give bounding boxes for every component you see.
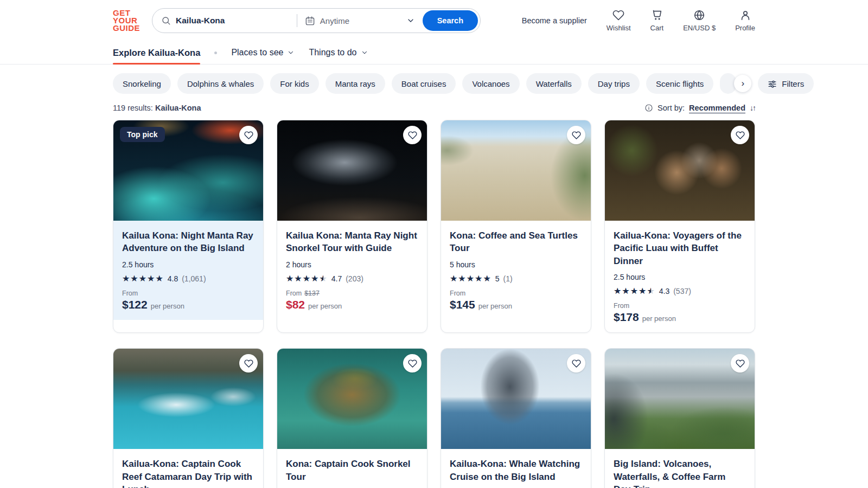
getyourguide-logo[interactable]: GET YOUR GUIDE bbox=[113, 9, 140, 33]
card-rating: ★★★★★★★★★★ 5 (1) bbox=[450, 274, 582, 283]
card-price: From$137 $82 per person bbox=[286, 290, 418, 311]
filter-chip[interactable]: Snorkeling bbox=[113, 73, 171, 94]
search-bar[interactable]: Anytime Search bbox=[152, 8, 481, 33]
card-image[interactable] bbox=[605, 349, 755, 449]
card-title[interactable]: Kailua-Kona: Voyagers of the Pacific Lua… bbox=[614, 229, 746, 267]
activity-card[interactable]: Kailua-Kona: Whale Watching Cruise on th… bbox=[441, 348, 591, 488]
profile-label: Profile bbox=[735, 24, 755, 32]
globe-icon bbox=[693, 9, 705, 21]
card-body: Kona: Captain Cook Snorkel Tour 3.5 hour… bbox=[277, 449, 427, 488]
wishlist-heart-button[interactable] bbox=[567, 126, 585, 144]
results-count-text: 119 results: bbox=[113, 104, 153, 112]
star-rating-icon: ★★★★★★★★★★ bbox=[614, 287, 655, 296]
filter-chip[interactable]: Dolphins & whales bbox=[177, 73, 264, 94]
activity-card[interactable]: Kailua-Kona: Captain Cook Reef Catamaran… bbox=[113, 348, 264, 488]
activity-card[interactable]: Big Island: Volcanoes, Waterfalls, & Cof… bbox=[604, 348, 755, 488]
locale-nav[interactable]: EN/USD $ bbox=[683, 9, 716, 32]
filter-chip[interactable]: Day trips bbox=[588, 73, 640, 94]
heart-icon bbox=[408, 359, 417, 368]
heart-icon bbox=[612, 9, 624, 21]
activity-card[interactable]: Kailua Kona: Manta Ray Night Snorkel Tou… bbox=[277, 120, 427, 333]
sliders-icon bbox=[768, 79, 777, 88]
search-button[interactable]: Search bbox=[423, 10, 478, 31]
filter-chip[interactable]: Waterfalls bbox=[526, 73, 582, 94]
price-from-label: From bbox=[614, 302, 629, 310]
rating-count: (1,061) bbox=[182, 274, 206, 283]
card-image[interactable]: Top pick bbox=[113, 120, 263, 221]
profile-nav[interactable]: Profile bbox=[735, 9, 755, 32]
activity-card[interactable]: Top pick Kailua Kona: Night Manta Ray Ad… bbox=[113, 120, 264, 333]
heart-icon bbox=[572, 359, 581, 368]
become-supplier-link[interactable]: Become a supplier bbox=[522, 16, 587, 25]
card-title[interactable]: Kailua Kona: Night Manta Ray Adventure o… bbox=[122, 229, 254, 255]
card-image[interactable] bbox=[277, 120, 427, 221]
card-title[interactable]: Kailua-Kona: Captain Cook Reef Catamaran… bbox=[122, 458, 254, 488]
search-divider bbox=[297, 14, 297, 27]
heart-icon bbox=[244, 359, 253, 368]
card-rating: ★★★★★★★★★★ 4.3 (537) bbox=[614, 287, 746, 296]
filter-chip[interactable]: Boat cruises bbox=[392, 73, 456, 94]
card-image[interactable] bbox=[605, 120, 755, 221]
chevron-down-icon bbox=[361, 49, 368, 56]
card-image[interactable] bbox=[441, 349, 591, 449]
tab-places-label: Places to see bbox=[231, 48, 283, 57]
wishlist-nav[interactable]: Wishlist bbox=[607, 9, 631, 32]
card-duration: 2 hours bbox=[286, 260, 418, 269]
card-body: Kailua-Kona: Whale Watching Cruise on th… bbox=[441, 449, 591, 488]
date-picker[interactable]: Anytime bbox=[305, 16, 423, 26]
card-image[interactable] bbox=[441, 120, 591, 221]
activity-card[interactable]: Kailua-Kona: Voyagers of the Pacific Lua… bbox=[604, 120, 755, 333]
wishlist-heart-button[interactable] bbox=[403, 126, 422, 144]
price-unit: per person bbox=[478, 302, 512, 310]
top-pick-badge: Top pick bbox=[120, 127, 165, 142]
wishlist-heart-button[interactable] bbox=[567, 354, 585, 373]
tab-places-to-see[interactable]: Places to see bbox=[231, 41, 295, 64]
results-query: Kailua-Kona bbox=[155, 104, 201, 112]
rating-value: 4.8 bbox=[168, 274, 178, 283]
card-duration: 2.5 hours bbox=[122, 260, 254, 269]
price-from-label: From bbox=[286, 290, 302, 297]
search-icon bbox=[161, 16, 171, 25]
calendar-icon bbox=[305, 16, 315, 26]
price-unit: per person bbox=[308, 302, 342, 310]
heart-icon bbox=[736, 131, 745, 140]
tab-explore[interactable]: Explore Kailua-Kona bbox=[113, 41, 200, 64]
card-title[interactable]: Kona: Captain Cook Snorkel Tour bbox=[286, 458, 418, 483]
activity-card[interactable]: Kona: Captain Cook Snorkel Tour 3.5 hour… bbox=[277, 348, 427, 488]
card-title[interactable]: Kailua Kona: Manta Ray Night Snorkel Tou… bbox=[286, 229, 418, 255]
search-input[interactable] bbox=[176, 16, 293, 25]
cart-nav[interactable]: Cart bbox=[650, 9, 664, 32]
filter-chip[interactable]: Scenic flights bbox=[646, 73, 713, 94]
filters-button[interactable]: Filters bbox=[758, 73, 814, 94]
sort-control: Sort by: Recommended ↓↑ bbox=[644, 104, 755, 112]
info-icon[interactable] bbox=[644, 104, 653, 112]
card-image[interactable] bbox=[277, 349, 427, 449]
card-price: From $178 per person bbox=[614, 302, 746, 324]
sort-arrows-icon[interactable]: ↓↑ bbox=[750, 104, 755, 112]
card-title[interactable]: Kailua-Kona: Whale Watching Cruise on th… bbox=[450, 458, 582, 483]
wishlist-heart-button[interactable] bbox=[731, 354, 749, 373]
filter-chip[interactable]: Volcanoes bbox=[462, 73, 519, 94]
rating-count: (1) bbox=[503, 274, 513, 283]
activity-card[interactable]: Kona: Coffee and Sea Turtles Tour 5 hour… bbox=[441, 120, 591, 333]
wishlist-heart-button[interactable] bbox=[239, 126, 258, 144]
heart-icon bbox=[572, 131, 581, 140]
rating-value: 5 bbox=[495, 274, 500, 283]
wishlist-heart-button[interactable] bbox=[403, 354, 422, 373]
sort-value[interactable]: Recommended bbox=[689, 104, 745, 112]
price-current: $145 bbox=[450, 298, 475, 311]
card-rating: ★★★★★★★★★★ 4.8 (1,061) bbox=[122, 274, 254, 283]
card-title[interactable]: Kona: Coffee and Sea Turtles Tour bbox=[450, 229, 582, 255]
filter-chip[interactable]: For kids bbox=[270, 73, 318, 94]
heart-icon bbox=[244, 131, 253, 140]
chips-scroll-right-button[interactable]: › bbox=[734, 75, 751, 92]
card-title[interactable]: Big Island: Volcanoes, Waterfalls, & Cof… bbox=[614, 458, 746, 488]
wishlist-heart-button[interactable] bbox=[239, 354, 258, 373]
wishlist-heart-button[interactable] bbox=[731, 126, 749, 144]
filter-chip[interactable]: Manta rays bbox=[326, 73, 385, 94]
card-body: Big Island: Volcanoes, Waterfalls, & Cof… bbox=[605, 449, 755, 488]
card-image[interactable] bbox=[113, 349, 263, 449]
tab-things-to-do[interactable]: Things to do bbox=[309, 41, 368, 64]
rating-count: (203) bbox=[346, 274, 363, 283]
rating-value: 4.3 bbox=[659, 287, 669, 296]
